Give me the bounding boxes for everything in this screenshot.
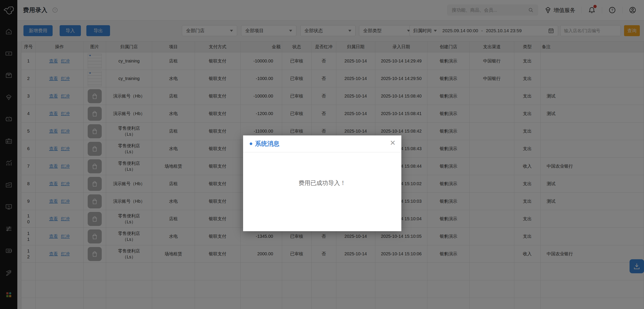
system-message-modal: 系统消息 ✕ 费用已成功导入！	[243, 136, 401, 231]
modal-title: 系统消息	[255, 140, 280, 148]
modal-message: 费用已成功导入！	[243, 152, 401, 231]
modal-title-dot-icon	[250, 142, 252, 145]
expense-entry-page: ¥ % %	[0, 0, 644, 309]
modal-header: 系统消息 ✕	[243, 136, 401, 152]
modal-close-icon[interactable]: ✕	[390, 140, 396, 146]
